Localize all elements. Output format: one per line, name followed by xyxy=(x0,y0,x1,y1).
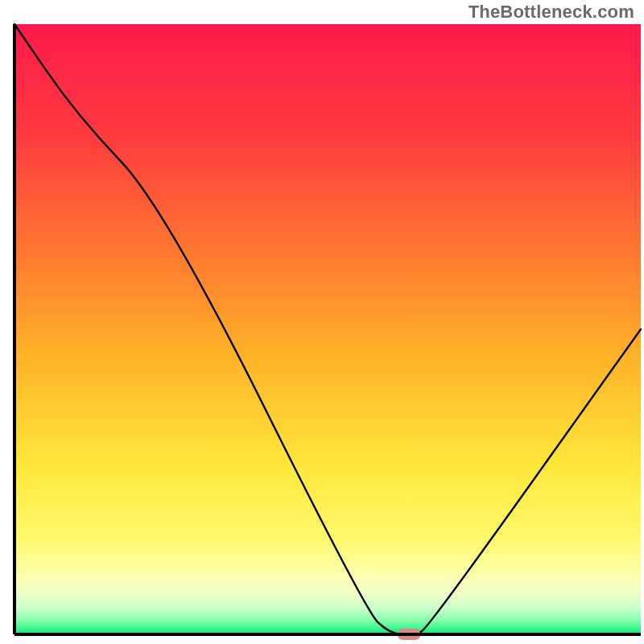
bottleneck-chart xyxy=(0,0,644,644)
plot-background xyxy=(14,24,641,634)
watermark-text: TheBottleneck.com xyxy=(469,2,634,23)
chart-container: TheBottleneck.com xyxy=(0,0,644,644)
